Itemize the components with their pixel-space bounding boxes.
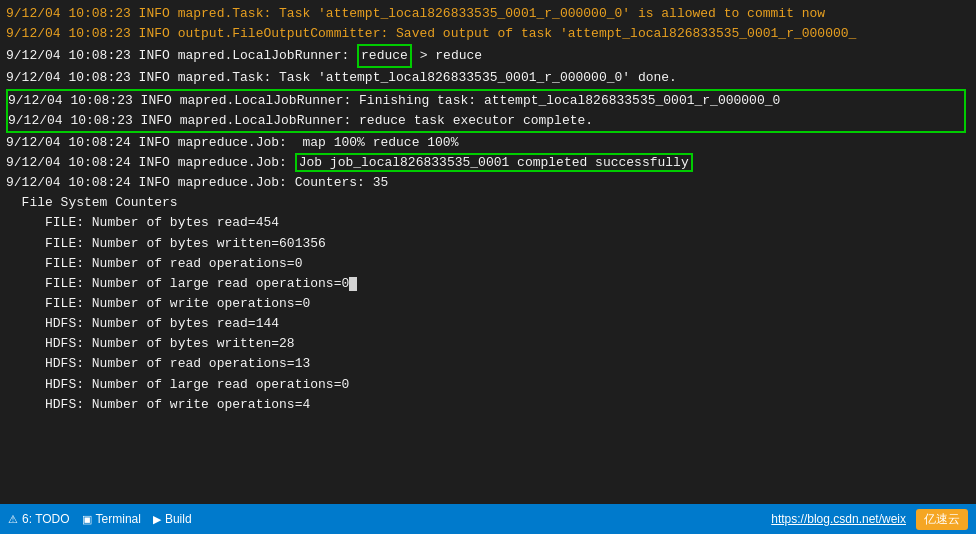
log-line: FILE: Number of bytes written=601356 [6, 234, 970, 254]
log-line: 9/12/04 10:08:23 INFO mapred.LocalJobRun… [8, 91, 964, 111]
status-terminal[interactable]: ▣ Terminal [82, 512, 141, 526]
terminal-label: Terminal [96, 512, 141, 526]
log-line: FILE: Number of read operations=0 [6, 254, 970, 274]
warning-icon: ⚠ [8, 513, 18, 526]
log-line: FILE: Number of write operations=0 [6, 294, 970, 314]
brand-badge[interactable]: 亿速云 [916, 509, 968, 530]
success-highlight: Job job_local826833535_0001 completed su… [295, 153, 693, 172]
log-line: HDFS: Number of large read operations=0 [6, 375, 970, 395]
reduce-highlight: reduce [357, 44, 412, 68]
build-icon: ▶ [153, 513, 161, 526]
log-line: 9/12/04 10:08:23 INFO mapred.Task: Task … [6, 4, 970, 24]
log-line: 9/12/04 10:08:23 INFO mapred.LocalJobRun… [8, 111, 964, 131]
log-line: FILE: Number of large read operations=0 [6, 274, 970, 294]
log-line: 9/12/04 10:08:24 INFO mapreduce.Job: Job… [6, 153, 970, 173]
log-line: HDFS: Number of bytes written=28 [6, 334, 970, 354]
log-line: HDFS: Number of write operations=4 [6, 395, 970, 415]
log-line: 9/12/04 10:08:23 INFO mapred.Task: Task … [6, 68, 970, 88]
green-box-block: 9/12/04 10:08:23 INFO mapred.LocalJobRun… [6, 89, 966, 133]
log-line: 9/12/04 10:08:24 INFO mapreduce.Job: Cou… [6, 173, 970, 193]
build-label: Build [165, 512, 192, 526]
terminal-icon: ▣ [82, 513, 92, 526]
log-line: HDFS: Number of bytes read=144 [6, 314, 970, 334]
status-todo[interactable]: ⚠ 6: TODO [8, 512, 70, 526]
text-cursor [349, 277, 357, 291]
todo-label: 6: TODO [22, 512, 70, 526]
log-line: HDFS: Number of read operations=13 [6, 354, 970, 374]
status-right-section: https://blog.csdn.net/weix 亿速云 [771, 509, 968, 530]
log-line: 9/12/04 10:08:23 INFO output.FileOutputC… [6, 24, 970, 44]
blog-link[interactable]: https://blog.csdn.net/weix [771, 512, 906, 526]
status-bar: ⚠ 6: TODO ▣ Terminal ▶ Build https://blo… [0, 504, 976, 534]
log-line: File System Counters [6, 193, 970, 213]
log-line: FILE: Number of bytes read=454 [6, 213, 970, 233]
log-line: 9/12/04 10:08:23 INFO mapred.LocalJobRun… [6, 44, 970, 68]
log-line: 9/12/04 10:08:24 INFO mapreduce.Job: map… [6, 133, 970, 153]
status-build[interactable]: ▶ Build [153, 512, 192, 526]
terminal-output: 9/12/04 10:08:23 INFO mapred.Task: Task … [0, 0, 976, 504]
